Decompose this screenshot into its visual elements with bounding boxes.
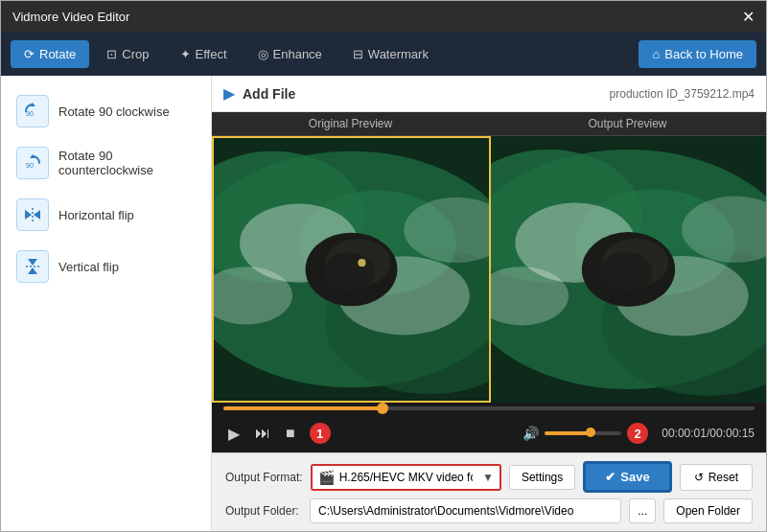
svg-point-34 <box>599 252 653 292</box>
add-file-header: ▶ Add File production ID_3759212.mp4 <box>212 76 766 112</box>
main-area: 90 Rotate 90 clockwise 90 Rotate 90 coun… <box>1 76 766 531</box>
vflip-icon <box>16 250 49 283</box>
window-title: Vidmore Video Editor <box>12 10 129 24</box>
scrubber-row <box>212 403 766 414</box>
format-icon: 🎬 <box>318 470 335 485</box>
reset-icon: ↺ <box>694 471 704 484</box>
volume-fill <box>545 431 591 435</box>
main-window: Vidmore Video Editor ✕ ⟳ Rotate ⊡ Crop ✦… <box>0 0 767 532</box>
stop-button[interactable]: ■ <box>281 423 300 444</box>
badge-1: 1 <box>310 423 331 444</box>
hflip-item[interactable]: Horizontal flip <box>1 189 211 241</box>
vflip-label: Vertical flip <box>58 260 119 274</box>
settings-button[interactable]: Settings <box>509 465 575 490</box>
effect-icon: ✦ <box>180 47 191 61</box>
back-home-button[interactable]: ⌂ Back to Home <box>639 40 756 68</box>
watermark-icon: ⊟ <box>353 47 363 61</box>
folder-label: Output Folder: <box>225 504 302 518</box>
rotate-cw-item[interactable]: 90 Rotate 90 clockwise <box>1 85 211 137</box>
effect-tab[interactable]: ✦ Effect <box>167 40 241 68</box>
bottom-bar: Output Format: 🎬 H.265/HEVC MKV video fo… <box>212 452 766 531</box>
format-select[interactable]: H.265/HEVC MKV video format (*.mkv) <box>313 466 500 489</box>
output-label: Output Preview <box>489 112 766 136</box>
right-panel: ▶ Add File production ID_3759212.mp4 Ori… <box>212 76 766 531</box>
play-button[interactable]: ▶ <box>223 423 244 445</box>
left-panel: 90 Rotate 90 clockwise 90 Rotate 90 coun… <box>1 76 212 531</box>
enhance-tab[interactable]: ◎ Enhance <box>244 40 336 68</box>
svg-text:90: 90 <box>26 110 34 117</box>
add-file-label: Add File <box>243 86 295 102</box>
folder-row: Output Folder: ... Open Folder <box>225 498 753 523</box>
original-preview <box>212 136 491 403</box>
svg-point-22 <box>358 259 365 266</box>
volume-thumb[interactable] <box>586 428 595 437</box>
hflip-icon <box>16 198 49 231</box>
format-label: Output Format: <box>225 471 303 484</box>
rotate-ccw-label: Rotate 90 counterclockwise <box>58 149 196 177</box>
format-select-wrapper: 🎬 H.265/HEVC MKV video format (*.mkv) ▼ <box>311 464 501 491</box>
title-bar: Vidmore Video Editor ✕ <box>1 1 766 32</box>
vflip-item[interactable]: Vertical flip <box>1 241 211 292</box>
toolbar: ⟳ Rotate ⊡ Crop ✦ Effect ◎ Enhance ⊟ Wat… <box>1 32 766 76</box>
svg-text:90: 90 <box>26 162 34 169</box>
folder-input-wrapper <box>310 498 621 523</box>
file-name: production ID_3759212.mp4 <box>610 87 755 101</box>
scrubber-thumb[interactable] <box>377 403 388 414</box>
add-file-icon: ▶ <box>223 84 235 103</box>
crop-icon: ⊡ <box>106 47 117 61</box>
scrubber-track[interactable] <box>223 406 755 410</box>
home-icon: ⌂ <box>652 47 660 61</box>
rotate-ccw-icon: 90 <box>16 147 49 179</box>
folder-path-input[interactable] <box>310 498 621 523</box>
preview-videos <box>212 136 766 403</box>
svg-point-21 <box>322 252 375 291</box>
rotate-tab[interactable]: ⟳ Rotate <box>11 40 89 68</box>
save-button[interactable]: ✔ Save <box>583 461 671 493</box>
rotate-icon: ⟳ <box>24 47 35 61</box>
svg-marker-7 <box>28 259 37 266</box>
svg-marker-5 <box>34 210 40 220</box>
reset-button[interactable]: ↺ Reset <box>680 464 753 491</box>
watermark-tab[interactable]: ⊟ Watermark <box>339 40 442 68</box>
preview-area: Original Preview Output Preview <box>212 112 766 452</box>
rotate-cw-icon: 90 <box>16 95 49 127</box>
close-button[interactable]: ✕ <box>742 8 755 26</box>
scrubber-fill <box>223 406 383 410</box>
next-frame-button[interactable]: ⏭ <box>250 423 275 444</box>
badge-2: 2 <box>627 423 648 444</box>
open-folder-button[interactable]: Open Folder <box>663 498 753 523</box>
crop-tab[interactable]: ⊡ Crop <box>93 40 162 68</box>
preview-labels: Original Preview Output Preview <box>212 112 766 136</box>
original-label: Original Preview <box>212 112 489 136</box>
time-display: 00:00:01/00:00:15 <box>662 427 755 440</box>
chevron-down-icon: ▼ <box>482 471 494 484</box>
controls-row: ▶ ⏭ ■ 1 🔊 2 00:00:01/00:00:15 <box>212 414 766 452</box>
format-row: Output Format: 🎬 H.265/HEVC MKV video fo… <box>225 461 753 493</box>
hflip-label: Horizontal flip <box>58 208 134 222</box>
save-check-icon: ✔ <box>605 470 616 484</box>
output-preview <box>491 136 766 403</box>
rotate-ccw-item[interactable]: 90 Rotate 90 counterclockwise <box>1 137 211 189</box>
volume-track[interactable] <box>545 431 621 435</box>
browse-folder-button[interactable]: ... <box>629 498 656 523</box>
enhance-icon: ◎ <box>258 47 268 61</box>
rotate-cw-label: Rotate 90 clockwise <box>58 104 170 119</box>
volume-icon: 🔊 <box>523 426 539 441</box>
svg-marker-4 <box>25 210 32 220</box>
svg-marker-8 <box>28 267 37 274</box>
